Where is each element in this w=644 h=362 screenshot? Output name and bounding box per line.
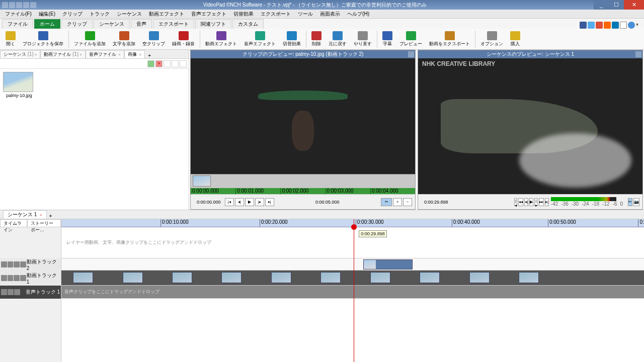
ribbon-tab[interactable]: ファイル (2, 19, 33, 29)
video-track-2[interactable] (61, 258, 644, 270)
menu-item[interactable]: ツール (295, 10, 316, 18)
google-icon[interactable] (596, 22, 603, 29)
split-button[interactable]: ✂ (381, 198, 392, 206)
prev-clip-button[interactable]: ◂◂ (518, 198, 523, 206)
bin-tool-icon[interactable] (164, 60, 171, 67)
video-track-1[interactable] (61, 270, 644, 286)
menu-item[interactable]: ヘルプ(H) (344, 10, 372, 18)
timeline-clip[interactable] (123, 272, 143, 283)
bin-content[interactable]: palmy-10.jpg (0, 69, 189, 210)
step-fwd-button[interactable]: |▸ (534, 198, 537, 206)
play-button[interactable]: ▶ (529, 198, 533, 206)
menu-item[interactable]: 画面表示 (317, 10, 343, 18)
toolbar-button[interactable]: 動画エフェクト (202, 30, 240, 49)
qa-icon[interactable] (2, 2, 8, 8)
track-lock-icon[interactable] (8, 261, 14, 267)
facebook-icon[interactable] (580, 22, 587, 29)
timeline-clip[interactable] (363, 259, 413, 269)
timeline-clip[interactable] (73, 272, 93, 283)
bin-tab[interactable]: 動画ファイル (1)× (40, 50, 85, 58)
linkedin-icon[interactable] (612, 22, 619, 29)
clip-preview-video[interactable] (191, 58, 415, 174)
ribbon-tab[interactable]: カスタム (232, 19, 264, 29)
minimize-button[interactable]: _ (594, 0, 609, 10)
menu-item[interactable]: シーケンス (114, 10, 145, 18)
qa-icon[interactable] (30, 2, 36, 8)
clip-strip[interactable]: 0:00:00.0000:00:01.0000:00:02.0000:00:03… (191, 174, 415, 194)
track-fx-icon[interactable] (14, 289, 20, 295)
bin-add-tab[interactable]: + (145, 53, 154, 58)
toolbar-button[interactable]: 動画をエクスポート (426, 30, 473, 49)
timeline-clip[interactable] (519, 272, 539, 283)
timeline-clip[interactable] (221, 272, 242, 283)
timeline-clip[interactable] (469, 272, 490, 283)
menu-item[interactable]: トラック (87, 10, 113, 18)
timeline-clip[interactable] (320, 272, 341, 283)
split-button[interactable]: ✂ (628, 198, 632, 206)
maximize-button[interactable]: ☐ (609, 0, 624, 10)
track-lock-icon[interactable] (8, 275, 14, 281)
overlay-track[interactable]: レイヤー用動画、文字、画像クリップをここにドラッグアンドドロップ (61, 227, 644, 258)
qa-icon[interactable] (23, 2, 29, 8)
track-eye-icon[interactable] (1, 275, 7, 281)
toolbar-button[interactable]: 文字を追加 (109, 30, 139, 49)
bin-tab[interactable]: 画像 × (124, 50, 145, 58)
ribbon-tab[interactable]: シーケンス (94, 19, 130, 29)
maximize-icon[interactable] (635, 51, 641, 57)
step-fwd-button[interactable]: |▸ (255, 198, 264, 206)
ribbon-tab[interactable]: 音声 (131, 19, 152, 29)
audio-track-1[interactable]: 音声クリップをここにドラッグアンドドロップ (61, 286, 644, 299)
track-fx-icon[interactable] (14, 261, 20, 267)
menu-item[interactable]: クリップ (59, 10, 86, 18)
toolbar-button[interactable]: プレビュー (396, 30, 426, 49)
bin-grid-icon[interactable] (180, 60, 187, 67)
goto-start-button[interactable]: |◂ (225, 198, 234, 206)
track-fx-icon[interactable] (14, 275, 20, 281)
track-header-vt1[interactable]: 動画トラック 1 (0, 270, 61, 286)
goto-end-button[interactable]: ▸| (545, 198, 549, 206)
bin-tool-icon[interactable] (147, 60, 154, 67)
storyboard-view-tab[interactable]: ストーリーボー… (27, 219, 61, 227)
toolbar-button[interactable]: オプション (477, 30, 507, 49)
add-sequence-button[interactable]: + (47, 213, 55, 219)
toolbar-button[interactable]: 開く (2, 30, 19, 49)
playhead[interactable]: 0:00:29.898 (354, 219, 354, 362)
zoom-in-button[interactable]: + (393, 198, 402, 206)
track-mute-icon[interactable] (1, 289, 7, 295)
toolbar-button[interactable]: やり直す (350, 30, 375, 49)
toolbar-button[interactable]: 元に戻す (325, 30, 350, 49)
toolbar-button[interactable]: 音声エフェクト (240, 30, 279, 49)
bin-tab[interactable]: 音声ファイル × (86, 50, 124, 58)
rss-icon[interactable] (604, 22, 611, 29)
bin-delete-icon[interactable]: × (155, 60, 163, 67)
snapshot-button[interactable]: 📷 (633, 198, 639, 206)
toolbar-button[interactable]: ファイルを追加 (70, 30, 109, 49)
ribbon-tab[interactable]: 関連ソフト (195, 19, 231, 29)
toolbar-button[interactable]: 削除 (308, 30, 325, 49)
timeline-view-tab[interactable]: タイムライン (0, 219, 27, 227)
seq-preview-video[interactable]: NHK CREATIVE LIBRARY (418, 58, 642, 194)
menu-item[interactable]: エクスポート (258, 10, 294, 18)
bin-thumbnail[interactable]: palmy-10.jpg (3, 72, 35, 98)
menu-item[interactable]: 音声エフェクト (188, 10, 229, 18)
toolbar-button[interactable]: 録画・録音 (169, 30, 198, 49)
toolbar-button[interactable]: 字幕 (379, 30, 396, 49)
maximize-icon[interactable] (408, 51, 414, 57)
close-button[interactable]: ✕ (624, 0, 644, 10)
toolbar-button[interactable]: 空クリップ (139, 30, 169, 49)
menu-item[interactable]: ファイル(F) (2, 10, 35, 18)
goto-start-button[interactable]: |◂ (514, 198, 517, 206)
play-button[interactable]: ▶ (245, 198, 254, 206)
track-link-icon[interactable] (20, 275, 26, 281)
track-header-vt2[interactable]: 動画トラック 2 (0, 258, 61, 270)
timeline-clip[interactable] (271, 272, 291, 283)
goto-end-button[interactable]: ▸| (265, 198, 274, 206)
sequence-tab[interactable]: シーケンス 1 × (3, 210, 47, 219)
bin-list-icon[interactable] (172, 60, 179, 67)
timeline-clip[interactable] (172, 272, 192, 283)
toolbar-button[interactable]: 切替効果 (279, 30, 304, 49)
twitter-icon[interactable] (588, 22, 595, 29)
ribbon-tab[interactable]: エクスポート (153, 19, 194, 29)
qa-icon[interactable] (16, 2, 22, 8)
zoom-out-button[interactable]: − (403, 198, 412, 206)
